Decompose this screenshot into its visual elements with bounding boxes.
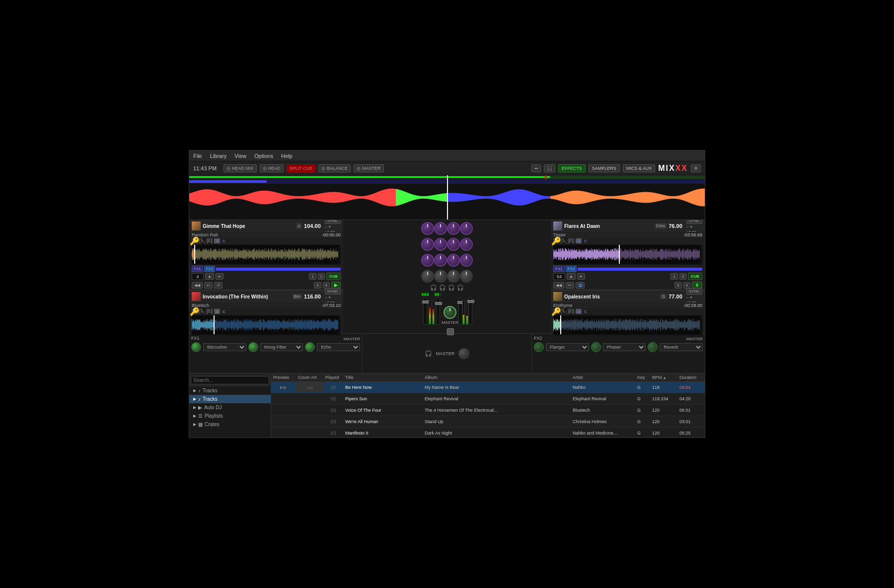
ch-d-fader-track[interactable] xyxy=(468,297,472,325)
deck-b-beat[interactable]: ♩ xyxy=(207,309,213,314)
mixer-eq-a-low[interactable] xyxy=(421,254,434,267)
deck-a-prev[interactable]: ◀◀ xyxy=(192,282,203,289)
col-cover[interactable]: Cover Art xyxy=(296,374,323,380)
fx2-knob-2[interactable] xyxy=(591,342,601,352)
mixer-gain-d[interactable] xyxy=(460,270,473,283)
mixer-eq-b-mid[interactable] xyxy=(434,238,447,251)
ch-a-fader-track[interactable] xyxy=(423,297,427,325)
deck-a-loop-size2[interactable]: ▪▪ xyxy=(216,273,224,280)
deck-a-fx1-tag[interactable]: FX1 xyxy=(192,266,203,272)
mixer-eq-a-mid[interactable] xyxy=(421,238,434,251)
mixer-eq-d-mid[interactable] xyxy=(460,238,473,251)
mixer-hp-b[interactable]: 🎧 xyxy=(439,285,446,291)
mixer-hp-a[interactable]: 🎧 xyxy=(430,285,437,291)
table-row[interactable]: (0) Voice Of The Four The 4 Horsemen Of … xyxy=(271,405,705,416)
deck-c-bpm-icon[interactable]: ♫ xyxy=(576,238,582,243)
ch-c-fader-track[interactable] xyxy=(458,297,462,325)
fx1-knob-3[interactable] xyxy=(305,342,315,352)
sidebar-item-tracks[interactable]: ▶ ♪ Tracks xyxy=(189,386,271,395)
sidebar-item-autodj[interactable]: ▶ ▶ Auto DJ xyxy=(189,403,271,412)
col-key[interactable]: Key xyxy=(635,374,650,380)
fx1-effect-2[interactable]: Moog Filter xyxy=(260,343,303,351)
deck-d-musical[interactable]: ♫ xyxy=(576,309,582,314)
table-row[interactable]: ▶▶ img (0) Be Here Now My Name Is Bear N… xyxy=(271,382,705,393)
deck-c-fx2-tag[interactable]: FX2 xyxy=(566,266,577,272)
deck-a-beat[interactable]: ♩ xyxy=(207,238,213,243)
mixer-eq-d-high[interactable] xyxy=(460,222,473,235)
effects-btn[interactable]: EFFECTS xyxy=(558,164,586,172)
deck-d-keylock[interactable]: 🔑 xyxy=(553,309,559,314)
head-btn[interactable]: ◎ HEAD xyxy=(260,164,284,172)
mics-aux-btn[interactable]: MICS & AUX xyxy=(623,164,656,172)
col-preview[interactable]: Preview xyxy=(271,374,296,380)
headphone-toolbar-btn[interactable]: 🎧 xyxy=(544,164,555,172)
deck-a-beat-4[interactable]: 4 xyxy=(323,282,330,289)
menu-view[interactable]: View xyxy=(234,153,246,159)
deck-a-bpm-icon[interactable]: ♫ xyxy=(214,238,220,243)
deck-c-beat-3[interactable]: 3 xyxy=(674,282,681,289)
fx1-effect-1[interactable]: Bitcrusher xyxy=(203,343,246,351)
mixer-eq-b-high[interactable] xyxy=(434,222,447,235)
waveform-overview[interactable] xyxy=(189,175,705,220)
deck-c-beat-4[interactable]: 4 xyxy=(683,282,690,289)
balance-btn[interactable]: ◎ BALANCE xyxy=(318,164,351,172)
deck-c-loop[interactable]: ↺ xyxy=(561,238,567,243)
mixer-gain-b[interactable] xyxy=(434,270,447,283)
sidebar-item-playlists[interactable]: ▶ ☰ Playlists xyxy=(189,412,271,420)
deck-a-cue-btn[interactable]: CUE xyxy=(326,273,341,280)
fx1-knob-2[interactable] xyxy=(248,342,258,352)
master-btn[interactable]: ◎ MASTER xyxy=(354,164,384,172)
col-played[interactable]: Played xyxy=(323,374,343,380)
fx2-effect-3[interactable]: Reverb xyxy=(660,343,703,351)
ch-b-fader-track[interactable] xyxy=(436,297,440,325)
deck-c-back[interactable]: ↩ xyxy=(566,282,574,289)
deck-c-loop-size[interactable] xyxy=(553,273,565,280)
master-knob[interactable] xyxy=(444,306,456,319)
col-bpm[interactable]: BPM xyxy=(650,374,677,380)
fx2-knob-3[interactable] xyxy=(648,342,658,352)
fx1-effect-3[interactable]: Echo xyxy=(317,343,360,351)
deck-c-prev[interactable]: ◀◀ xyxy=(553,282,564,289)
deck-c-loop-size2[interactable]: ▪▪ xyxy=(577,273,585,280)
menu-help[interactable]: Help xyxy=(281,153,293,159)
fx-headphone-icon[interactable]: 🎧 xyxy=(425,350,432,357)
deck-b-loop[interactable]: ↺ xyxy=(199,309,205,314)
deck-d-waveform-canvas[interactable] xyxy=(553,315,700,334)
menu-library[interactable]: Library xyxy=(210,153,227,159)
deck-a-beat-3[interactable]: 3 xyxy=(314,282,321,289)
deck-a-back[interactable]: ↩ xyxy=(204,282,213,289)
col-artist[interactable]: Artist xyxy=(571,374,635,380)
fx1-knob-1[interactable] xyxy=(191,342,201,352)
deck-a-beat-2[interactable]: 2 xyxy=(318,273,325,280)
head-mix-btn[interactable]: ◎ HEAD MIX xyxy=(224,164,257,172)
fx-master-knob[interactable] xyxy=(458,348,469,359)
deck-c-waveform[interactable] xyxy=(553,245,702,265)
deck-d-beat[interactable]: ♩ xyxy=(568,309,574,314)
deck-b-waveform[interactable] xyxy=(192,315,341,335)
table-row[interactable]: (0) Manifesto II Dark As Night Nahko and… xyxy=(271,428,705,438)
deck-b-sync-btn[interactable]: SYNC xyxy=(325,288,341,294)
waveform-canvas[interactable] xyxy=(189,175,705,220)
deck-d-waveform[interactable] xyxy=(553,315,702,335)
fx2-effect-1[interactable]: Flanger xyxy=(546,343,589,351)
menu-file[interactable]: File xyxy=(193,153,202,159)
deck-c-beat-2[interactable]: 2 xyxy=(679,273,686,280)
mixer-eq-b-low[interactable] xyxy=(434,254,447,267)
screen-btn[interactable]: ▪▪ xyxy=(531,164,540,172)
deck-a-loop-up[interactable]: ▲ xyxy=(205,273,214,280)
table-row[interactable]: (0) Pipers Sun Elephant Revival Elephant… xyxy=(271,393,705,405)
deck-b-waveform-canvas[interactable] xyxy=(192,315,338,334)
crossfader-handle[interactable] xyxy=(447,328,454,335)
deck-b-musical[interactable]: ♫ xyxy=(214,309,220,314)
mixer-hp-c[interactable]: 🎧 xyxy=(448,285,455,291)
mixer-eq-d-low[interactable] xyxy=(460,254,473,267)
deck-c-cue-btn[interactable]: CUE xyxy=(688,273,702,280)
deck-c-beat-1[interactable]: 1 xyxy=(670,273,677,280)
sidebar-item-crates[interactable]: ▶ ▦ Crates xyxy=(189,420,271,429)
deck-c-beat[interactable]: ♩ xyxy=(568,238,574,243)
col-duration[interactable]: Duration xyxy=(677,374,705,380)
deck-a-waveform[interactable] xyxy=(192,245,341,265)
deck-a-play-btn[interactable]: ▶ xyxy=(331,282,341,289)
mixer-eq-c-high[interactable] xyxy=(447,222,460,235)
mixer-eq-a-high[interactable] xyxy=(421,222,434,235)
